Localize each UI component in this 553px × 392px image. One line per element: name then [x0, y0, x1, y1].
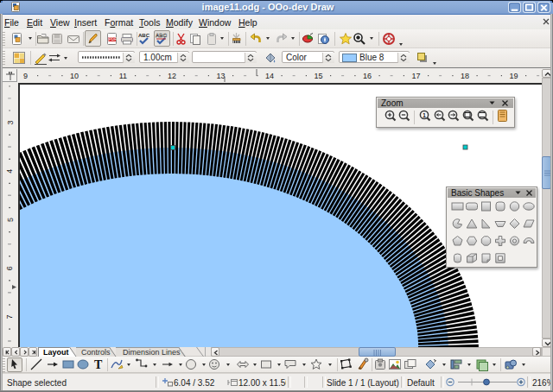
svg-text:7: 7	[6, 314, 15, 319]
svg-text:10: 10	[70, 72, 79, 80]
svg-text:11: 11	[119, 72, 127, 80]
svg-text:4: 4	[6, 169, 15, 174]
svg-text:15: 15	[314, 72, 322, 80]
svg-text:17: 17	[411, 72, 420, 80]
svg-text:3: 3	[6, 120, 15, 124]
svg-text:12: 12	[168, 72, 176, 80]
svg-text:14: 14	[265, 72, 274, 80]
svg-text:ABC: ABC	[156, 33, 168, 38]
svg-text:19: 19	[509, 72, 518, 80]
svg-text:PDF: PDF	[109, 37, 117, 41]
svg-text:5: 5	[6, 218, 15, 222]
svg-text:6: 6	[6, 266, 15, 270]
svg-text:T: T	[94, 358, 103, 371]
svg-text:16: 16	[363, 72, 372, 80]
svg-text:13: 13	[216, 72, 225, 80]
svg-text:9: 9	[23, 72, 28, 80]
svg-text:ABC: ABC	[138, 33, 150, 38]
svg-text:18: 18	[461, 72, 469, 80]
svg-text:1: 1	[423, 112, 426, 118]
